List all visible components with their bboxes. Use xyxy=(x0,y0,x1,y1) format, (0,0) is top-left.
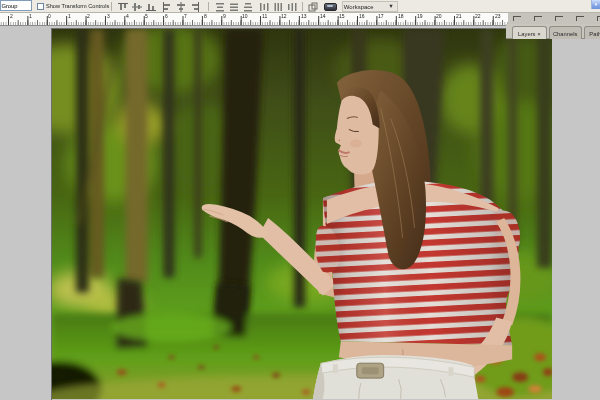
align-top-edges-icon xyxy=(118,2,128,12)
ruler-number: 12 xyxy=(281,13,287,19)
ruler-number: 9 xyxy=(223,13,226,19)
distribute-vertical-centers-button[interactable] xyxy=(228,2,240,12)
ruler-number: 20 xyxy=(436,13,442,19)
ruler-number: 1 xyxy=(68,13,71,19)
tab-layers[interactable]: Layers × xyxy=(512,26,547,39)
auto-align-layers-icon xyxy=(308,2,318,12)
align-vertical-centers-icon xyxy=(132,2,142,12)
distribute-left-edges-button[interactable] xyxy=(258,2,270,12)
distribute-vertical-centers-icon xyxy=(229,2,239,12)
tab-paths[interactable]: Paths xyxy=(584,26,600,39)
auto-align-group xyxy=(307,2,319,12)
distribute-buttons-group xyxy=(214,2,254,12)
bridge-button[interactable] xyxy=(324,2,339,12)
align-buttons-group xyxy=(161,2,201,12)
ruler-number: 5 xyxy=(145,13,148,19)
align-bottom-edges-icon xyxy=(146,2,156,12)
ruler-number: 3 xyxy=(107,13,110,19)
close-icon[interactable]: × xyxy=(537,30,540,36)
align-horizontal-centers-icon xyxy=(176,2,186,12)
ruler-number: 19 xyxy=(417,13,423,19)
align-buttons-group xyxy=(117,2,157,12)
ruler-number: 1 xyxy=(29,13,32,19)
show-transform-controls-checkbox[interactable] xyxy=(37,3,44,10)
ruler-number: 13 xyxy=(301,13,307,19)
ruler-number: 11 xyxy=(262,13,267,19)
ruler-number: 21 xyxy=(456,13,462,19)
ruler-number: 0 xyxy=(48,13,51,19)
ruler-number: 23 xyxy=(495,13,501,19)
workspace-label: Workspace xyxy=(344,3,374,10)
auto-align-layers-button[interactable] xyxy=(307,2,319,12)
ruler-number: 6 xyxy=(165,13,168,19)
workspace-menu-button[interactable]: Workspace ▼ xyxy=(342,1,398,12)
photo-woman-in-forest xyxy=(52,29,552,399)
panel-tab-bar: Layers × Channels Paths xyxy=(506,24,600,39)
align-right-edges-button[interactable] xyxy=(189,2,201,12)
align-left-edges-button[interactable] xyxy=(161,2,173,12)
dock-tab-mark xyxy=(513,16,521,21)
ruler-number: 4 xyxy=(126,13,129,19)
ruler-number: 15 xyxy=(339,13,345,19)
distribute-horizontal-centers-button[interactable] xyxy=(272,2,284,12)
photoshop-window: Group ▼ Show Transform Controls Workspac… xyxy=(0,0,600,400)
ruler-number: 17 xyxy=(378,13,384,19)
bridge-icon xyxy=(324,3,337,11)
ruler-number: 16 xyxy=(359,13,365,19)
distribute-right-edges-icon xyxy=(287,2,297,12)
ruler-number: 18 xyxy=(398,13,404,19)
distribute-horizontal-centers-icon xyxy=(273,2,283,12)
ruler-number: 14 xyxy=(320,13,326,19)
chevron-down-icon: ▼ xyxy=(388,3,394,9)
toolbar-separator xyxy=(111,2,112,11)
ruler-number: 2 xyxy=(10,13,13,19)
align-bottom-edges-button[interactable] xyxy=(145,2,157,12)
ruler-number: 2 xyxy=(87,13,90,19)
auto-select-value: Group xyxy=(1,3,17,9)
distribute-buttons-group xyxy=(258,2,298,12)
ruler-number: 7 xyxy=(184,13,187,19)
distribute-bottom-edges-icon xyxy=(243,2,253,12)
toolbar-separator xyxy=(208,2,209,11)
distribute-left-edges-icon xyxy=(259,2,269,12)
distribute-right-edges-button[interactable] xyxy=(286,2,298,12)
align-top-edges-button[interactable] xyxy=(117,2,129,12)
align-right-edges-icon xyxy=(190,2,200,12)
auto-select-dropdown[interactable]: Group ▼ xyxy=(0,0,32,11)
align-horizontal-centers-button[interactable] xyxy=(175,2,187,12)
tab-channels[interactable]: Channels xyxy=(549,26,582,39)
align-left-edges-icon xyxy=(162,2,172,12)
chevron-down-icon[interactable]: ▼ xyxy=(591,0,600,9)
dock-tab-mark xyxy=(576,16,584,21)
ruler-number: 22 xyxy=(475,13,481,19)
distribute-top-edges-button[interactable] xyxy=(214,2,226,12)
ruler-number: 10 xyxy=(242,13,248,19)
dock-tab-mark xyxy=(555,16,563,21)
options-bar: Group ▼ Show Transform Controls Workspac… xyxy=(0,0,600,13)
horizontal-ruler[interactable]: 2101234567891011121314151617181920212223 xyxy=(0,13,508,26)
dock-tab-mark xyxy=(534,16,542,21)
align-vertical-centers-button[interactable] xyxy=(131,2,143,12)
show-transform-controls-label: Show Transform Controls xyxy=(46,3,109,10)
distribute-top-edges-icon xyxy=(215,2,225,12)
ruler-number: 8 xyxy=(204,13,207,19)
toolbar-separator xyxy=(302,2,303,11)
distribute-bottom-edges-button[interactable] xyxy=(242,2,254,12)
document-canvas[interactable] xyxy=(51,28,553,400)
